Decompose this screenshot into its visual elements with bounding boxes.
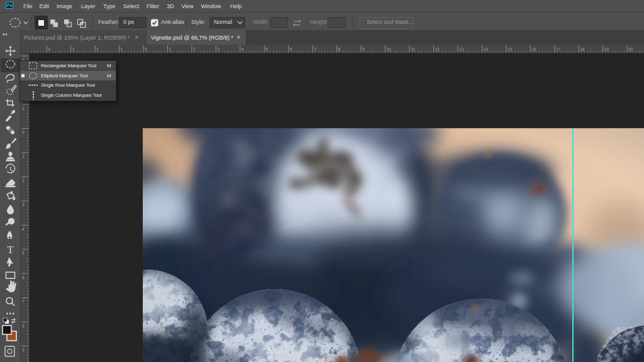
svg-text:14: 14 — [483, 47, 488, 52]
svg-text:12: 12 — [435, 47, 440, 52]
svg-text:5: 5 — [265, 47, 268, 52]
svg-text:3: 3 — [22, 202, 25, 207]
svg-text:4: 4 — [22, 227, 25, 231]
svg-text:18: 18 — [580, 47, 585, 52]
svg-text:9: 9 — [362, 47, 365, 52]
svg-text:1: 1 — [121, 47, 123, 52]
svg-text:6: 6 — [290, 47, 292, 52]
svg-text:0: 0 — [145, 47, 147, 52]
svg-text:15: 15 — [508, 47, 513, 52]
svg-text:16: 16 — [531, 47, 536, 52]
svg-text:2: 2 — [22, 178, 25, 183]
svg-text:3: 3 — [72, 47, 75, 52]
svg-text:1: 1 — [22, 106, 25, 111]
svg-text:2: 2 — [193, 47, 196, 52]
svg-text:4: 4 — [242, 47, 244, 52]
svg-text:2: 2 — [96, 47, 99, 52]
svg-text:13: 13 — [459, 47, 464, 52]
svg-text:9: 9 — [22, 348, 25, 352]
svg-text:1: 1 — [22, 154, 25, 158]
svg-text:7: 7 — [22, 299, 25, 304]
svg-text:20: 20 — [628, 47, 633, 52]
svg-text:17: 17 — [556, 47, 561, 52]
svg-text:8: 8 — [22, 324, 25, 328]
svg-text:1: 1 — [169, 47, 171, 52]
svg-text:7: 7 — [314, 47, 316, 52]
svg-text:5: 5 — [22, 251, 25, 255]
svg-text:8: 8 — [338, 47, 341, 52]
svg-text:6: 6 — [22, 275, 25, 280]
svg-text:0: 0 — [22, 130, 25, 134]
svg-text:T: T — [7, 244, 14, 256]
svg-text:4: 4 — [48, 47, 50, 52]
svg-text:3: 3 — [217, 47, 219, 52]
svg-text:11: 11 — [411, 47, 415, 52]
svg-text:19: 19 — [604, 47, 609, 52]
svg-text:10: 10 — [387, 47, 392, 52]
